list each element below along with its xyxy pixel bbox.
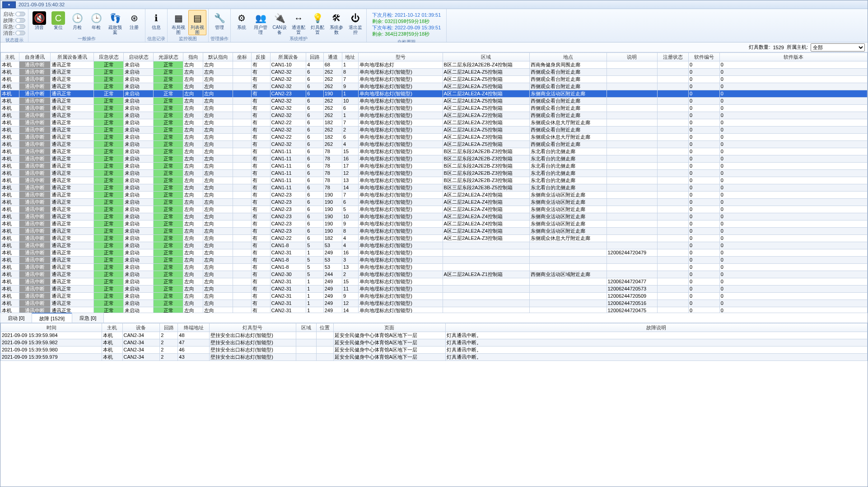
table-row[interactable]: 本机通讯中断通讯正常正常未启动正常左向左向有CAN1-1167816单向地埋标志… [1, 155, 868, 163]
col-reg[interactable]: 注册状态 [658, 53, 689, 61]
col-defdir[interactable]: 默认指向 [203, 53, 233, 61]
table-row[interactable]: 本机通讯中断通讯正常正常未启动正常左向左向有CAN2-2261827单向地埋标志… [1, 119, 868, 126]
col-addr[interactable]: 地址 [342, 53, 358, 61]
info-button[interactable]: ℹ信息 [147, 10, 165, 35]
table-row[interactable]: 本机通讯中断通讯正常正常未启动正常左向左向有CAN2-2361909单向地埋标志… [1, 220, 868, 228]
col-swno[interactable]: 软件编号 [688, 53, 719, 61]
yearly-check-button[interactable]: 🕒年检 [87, 10, 105, 35]
system-button[interactable]: ⚙系统 [233, 10, 251, 35]
user-mgmt-button[interactable]: 👥用户管理 [252, 10, 270, 35]
manage-button-icon: 🔧 [213, 11, 226, 25]
can-device-button[interactable]: 🔌CAN设备 [271, 10, 289, 35]
main-grid: 主机自身通讯所属设备通讯应急状态启动状态光源状态指向默认指向坐标反接所属设备回路… [0, 52, 868, 313]
register-button[interactable]: ⊛注册 [125, 10, 143, 35]
col-host[interactable]: 主机 [1, 53, 19, 61]
register-button-icon: ⊛ [127, 11, 141, 25]
table-row[interactable]: 本机通讯中断通讯正常正常未启动正常左向左向有CAN1-85533单向地埋标志灯(… [1, 257, 868, 264]
log-row[interactable]: 2021-09-09 15:39:59.980本机CAN2-34246壁挂安全出… [1, 347, 868, 354]
log-row[interactable]: 2021-09-09 15:39:59.979本机CAN2-34243壁挂安全出… [1, 354, 868, 361]
table-row[interactable]: 本机通讯中断通讯正常正常未启动正常左向左向有CAN2-2361905单向地埋标志… [1, 206, 868, 213]
system-button-icon: ⚙ [235, 11, 248, 25]
col-loc[interactable]: 地点 [530, 53, 607, 61]
table-row[interactable]: 本机通讯中断通讯正常正常未启动正常左向左向有CAN1-1167815单向地埋标志… [1, 148, 868, 155]
table-row[interactable]: 本机通讯中断通讯正常正常未启动正常左向左向有CAN2-3052442单向地埋标志… [1, 271, 868, 278]
table-row[interactable]: 本机通讯中断通讯正常正常未启动正常左向左向有CAN2-31124914单向地埋标… [1, 307, 868, 313]
col-chan[interactable]: 通道 [323, 53, 342, 61]
table-row[interactable]: 本机通讯中断通讯正常正常未启动正常左向左向有CAN1-104681单向地埋标志灯… [1, 61, 868, 69]
sys-param-button[interactable]: 🛠系统参数 [327, 10, 345, 35]
table-row[interactable]: 本机通讯中断通讯正常正常未启动正常左向左向有CAN2-32626210单向地埋标… [1, 98, 868, 105]
table-row[interactable]: 本机通讯中断通讯正常正常未启动正常左向左向有CAN1-855313单向地埋标志灯… [1, 264, 868, 271]
table-row[interactable]: 本机通讯中断通讯正常正常未启动正常左向左向有CAN1-1167817单向地埋标志… [1, 163, 868, 170]
host-filter-select[interactable]: 全部 [811, 43, 865, 52]
tab-fault[interactable]: 故障 [1529] [32, 313, 72, 323]
table-row[interactable]: 本机通讯中断通讯正常正常未启动正常左向左向有CAN2-2361906单向地埋标志… [1, 199, 868, 206]
lamp-config-button[interactable]: 💡灯具配置 [308, 10, 327, 35]
table-row[interactable]: 本机通讯中断通讯正常正常未启动正常左向左向有CAN1-1167814单向地埋标志… [1, 184, 868, 192]
mute-button[interactable]: 🔇消音 [30, 10, 48, 35]
table-row[interactable]: 本机通讯中断通讯正常正常未启动正常左向左向有CAN2-3262622单向地埋标志… [1, 126, 868, 134]
table-row[interactable]: 本机通讯中断通讯正常正常未启动正常左向左向有CAN1-1167813单向地埋标志… [1, 177, 868, 184]
col-light[interactable]: 光源状态 [154, 53, 183, 61]
manage-button[interactable]: 🔧管理 [210, 10, 229, 35]
table-row[interactable]: 本机通讯中断通讯正常正常未启动正常左向左向有CAN2-2261824单向地埋标志… [1, 235, 868, 242]
table-row[interactable]: 本机通讯中断通讯正常正常未启动正常左向左向有CAN2-3262627单向地埋标志… [1, 76, 868, 83]
table-row[interactable]: 本机通讯中断通讯正常正常未启动正常左向左向有CAN2-31124912单向地埋标… [1, 300, 868, 307]
table-row[interactable]: 本机通讯中断通讯正常正常未启动正常左向左向有CAN2-2361908单向地埋标志… [1, 228, 868, 235]
col-swver[interactable]: 软件版本 [719, 53, 867, 61]
col-self[interactable]: 自身通讯 [19, 53, 51, 61]
reset-button[interactable]: C复位 [49, 10, 67, 35]
col-area[interactable]: 区域 [443, 53, 529, 61]
col-emg[interactable]: 应急状态 [94, 53, 124, 61]
table-row[interactable]: 本机通讯中断通讯正常正常未启动正常左向左向有CAN2-3262628单向地埋标志… [1, 69, 868, 76]
table-row[interactable]: 本机通讯中断通讯正常正常未启动正常左向左向有CAN2-3262629单向地埋标志… [1, 83, 868, 90]
table-row[interactable]: 本机通讯中断通讯正常正常未启动正常左向左向有CAN2-3112499单向地埋标志… [1, 293, 868, 300]
app-menu-button[interactable] [2, 1, 16, 8]
list-view-button[interactable]: ▤列表视图 [188, 10, 206, 35]
status-toggle[interactable] [15, 24, 25, 29]
col-coord[interactable]: 坐标 [233, 53, 252, 61]
table-row[interactable]: 本机通讯中断通讯正常正常未启动正常左向左向有CAN1-85534单向地埋标志灯(… [1, 242, 868, 249]
layout-view-button[interactable]: ▦布局视图 [169, 10, 187, 35]
table-row[interactable]: 本机通讯中断通讯正常正常未启动正常左向左向有CAN2-23619010单向地埋标… [1, 213, 868, 220]
title-bar: 2021-09-09 15:40:32 [0, 0, 868, 9]
table-row[interactable]: 本机通讯中断通讯正常正常未启动正常左向左向有CAN2-3262626单向地埋标志… [1, 105, 868, 112]
table-row[interactable]: 本机通讯中断通讯正常正常未启动正常左向左向有CAN2-2361901单向地埋标志… [1, 90, 868, 98]
col-start[interactable]: 启动状态 [124, 53, 154, 61]
bottom-tabs: 启动 [0]故障 [1529]应急 [0] [0, 313, 868, 323]
status-toggle[interactable] [15, 31, 25, 35]
ribbon-group-sysmaint: ⚙系统👥用户管理🔌CAN设备↔通道配置💡灯具配置🛠系统参数⏻退出监控 系统维护 [231, 9, 367, 42]
table-row[interactable]: 本机通讯中断通讯正常正常未启动正常左向左向有CAN2-31124911单向地埋标… [1, 286, 868, 293]
fault-log-table[interactable]: 时间主机设备回路终端地址灯具型号区域位置页面故障说明 2021-09-09 15… [0, 323, 868, 361]
table-row[interactable]: 本机通讯中断通讯正常正常未启动正常左向左向有CAN2-31124916单向地埋标… [1, 249, 868, 257]
table-row[interactable]: 本机通讯中断通讯正常正常未启动正常左向左向有CAN2-3262621单向地埋标志… [1, 112, 868, 119]
monthly-check-button[interactable]: 🕒月检 [68, 10, 86, 35]
table-row[interactable]: 本机通讯中断通讯正常正常未启动正常左向左向有CAN2-2361907单向地埋标志… [1, 192, 868, 199]
col-desc[interactable]: 说明 [607, 53, 658, 61]
log-row[interactable]: 2021-09-09 15:39:59.984本机CAN2-34248壁挂安全出… [1, 332, 868, 339]
table-row[interactable]: 本机通讯中断通讯正常正常未启动正常左向左向有CAN1-1167812单向地埋标志… [1, 170, 868, 177]
col-devn[interactable]: 所属设备 [270, 53, 306, 61]
table-row[interactable]: 本机通讯中断通讯正常正常未启动正常左向左向有CAN2-3262624单向地埋标志… [1, 141, 868, 148]
device-table[interactable]: 主机自身通讯所属设备通讯应急状态启动状态光源状态指向默认指向坐标反接所属设备回路… [0, 52, 868, 313]
tab-start[interactable]: 启动 [0] [0, 313, 32, 323]
exit-monitor-button[interactable]: ⏻退出监控 [346, 10, 364, 35]
col-dev[interactable]: 所属设备通讯 [50, 53, 93, 61]
table-row[interactable]: 本机通讯中断通讯正常正常未启动正常左向左向有CAN2-31124915单向地埋标… [1, 278, 868, 286]
status-toggle[interactable] [15, 18, 25, 23]
col-rev[interactable]: 反接 [252, 53, 270, 61]
channel-config-button[interactable]: ↔通道配置 [289, 10, 308, 35]
tab-emergency[interactable]: 应急 [0] [72, 313, 104, 323]
layout-view-button-icon: ▦ [172, 11, 185, 25]
table-row[interactable]: 本机通讯中断通讯正常正常未启动正常左向左向有CAN2-2261826单向地埋标志… [1, 134, 868, 141]
log-row[interactable]: 2021-09-09 15:39:59.982本机CAN2-34247壁挂安全出… [1, 339, 868, 347]
evac-plan-button-icon: 👣 [108, 11, 122, 25]
col-loop[interactable]: 回路 [306, 53, 323, 61]
lamp-config-button-icon: 💡 [311, 11, 324, 25]
exit-monitor-button-icon: ⏻ [349, 11, 362, 25]
col-model[interactable]: 型号 [358, 53, 443, 61]
status-toggle[interactable] [15, 12, 25, 16]
col-dir[interactable]: 指向 [183, 53, 203, 61]
app-window: 2021-09-09 15:40:32 启动:故障:应急:消音: 状态提示 🔇消… [0, 0, 868, 487]
evac-plan-button[interactable]: 👣疏散预案 [106, 10, 124, 35]
